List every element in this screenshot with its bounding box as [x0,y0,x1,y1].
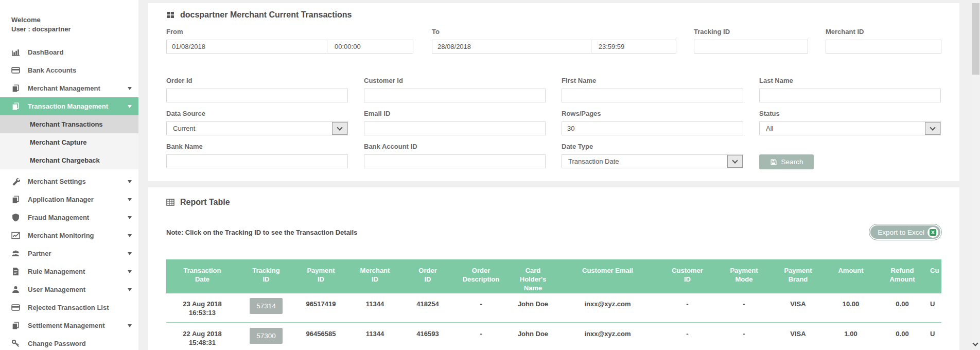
col-payment-mode: Payment Mode [717,259,771,293]
sidebar-subitem-merchant-capture[interactable]: Merchant Capture [0,133,138,151]
tracking-id-link[interactable]: 57300 [250,328,283,344]
export-to-excel-button[interactable]: Export to Excel [869,224,941,240]
welcome-text: Welcome [11,15,138,25]
tracking-id-group: Tracking ID [694,28,808,54]
col-transaction-date: Transaction Date [166,259,238,293]
sidebar-item-application-manager[interactable]: Application Manager [0,190,138,208]
merchant-id-group: Merchant ID [826,28,941,54]
files-icon [11,84,20,93]
note-text: Note: Click on the Tracking ID to see th… [166,229,357,236]
cell-transaction-date: 22 Aug 2018 15:48:31 [166,323,238,350]
first-name-input[interactable] [562,89,743,102]
last-name-input[interactable] [759,89,941,102]
from-group: From [166,28,413,54]
rows-pages-input[interactable] [562,121,743,135]
filter-row-1: From To Tracking ID [166,28,941,54]
report-panel: Report Table Note: Click on the Tracking… [148,187,959,350]
bank-name-input[interactable] [166,154,348,168]
sidebar-item-fraud-management[interactable]: Fraud Management [0,208,138,226]
sidebar-item-rule-management[interactable]: Rule Management [0,262,138,281]
save-icon [770,159,777,166]
cell-refund-amount: 0.00 [877,323,928,350]
credit-card-icon [11,303,20,312]
from-time-input[interactable] [327,40,413,54]
sidebar-item-label: Transaction Management [28,102,108,110]
sidebar-item-user-management[interactable]: User Management [0,281,138,299]
sidebar-item-dashboard[interactable]: DashBoard [0,43,138,61]
scrollbar-down-arrow-icon[interactable] [972,340,978,346]
chevron-down-icon [332,122,347,135]
cell-order-description: - [453,293,509,323]
cell-tracking-id: 57300 [238,323,294,350]
sidebar-item-settlement-management[interactable]: Settlement Management [0,317,138,335]
date-type-select[interactable]: Transaction Date [562,154,743,168]
email-id-label: Email ID [364,110,546,118]
cell-payment-brand: VISA [771,293,825,323]
sidebar-item-bank-accounts[interactable]: Bank Accounts [0,61,138,79]
col-payment-id: Payment ID [294,259,348,293]
merchant-id-input[interactable] [826,40,941,54]
sidebar-subitem-merchant-chargeback[interactable]: Merchant Chargeback [0,151,138,169]
cell-refund-amount: 0.00 [877,293,928,323]
bank-name-label: Bank Name [166,143,348,151]
cell-amount: 1.00 [825,323,877,350]
caret-down-icon [128,270,132,273]
bank-account-id-input[interactable] [364,154,546,168]
scrollbar-thumb[interactable] [972,3,979,75]
bank-account-id-label: Bank Account ID [364,143,546,151]
bank-account-id-group: Bank Account ID [364,143,546,169]
caret-down-icon [128,198,132,201]
from-date-input[interactable] [166,40,327,54]
status-select[interactable]: All [759,121,941,135]
last-name-label: Last Name [759,77,941,85]
sidebar-item-transaction-management[interactable]: Transaction Management [0,97,138,115]
sidebar-item-merchant-management[interactable]: Merchant Management [0,79,138,97]
data-source-select[interactable]: Current [166,121,348,135]
sidebar-item-label: Merchant Monitoring [28,232,94,239]
col-order-id: Order ID [402,259,453,293]
sidebar-item-partner[interactable]: Partner [0,244,138,262]
cell-transaction-date: 23 Aug 2018 16:53:13 [166,293,238,323]
from-label: From [166,28,413,36]
sidebar-item-merchant-settings[interactable]: Merchant Settings [0,172,138,190]
caret-down-icon [128,105,132,108]
cell-card-holder: John Doe [509,323,557,350]
welcome-block: Welcome User : docspartner [11,15,138,34]
transaction-management-submenu: Merchant Transactions Merchant Capture M… [0,115,138,169]
table-header-row: Transaction Date Tracking ID Payment ID … [166,259,941,293]
main-content: docspartner Merchant Current Transaction… [138,0,971,350]
order-id-group: Order Id [166,77,348,102]
email-id-group: Email ID [364,110,546,135]
cell-merchant-id: 11344 [348,323,402,350]
to-group: To [432,28,676,54]
vertical-scrollbar[interactable] [971,0,980,350]
chevron-down-icon [727,155,743,168]
page-title-row: docspartner Merchant Current Transaction… [166,9,941,21]
date-type-group: Date Type Transaction Date [562,143,743,169]
sidebar-item-label: Partner [28,250,51,257]
customer-id-input[interactable] [364,89,546,102]
email-id-input[interactable] [364,121,546,135]
key-icon [11,339,20,348]
tracking-id-link[interactable]: 57314 [250,298,283,314]
table-icon [166,198,174,206]
cell-payment-id: 96456585 [294,323,348,350]
caret-down-icon [128,234,132,237]
cell-card-holder: John Doe [509,293,557,323]
sidebar-item-rejected-transaction-list[interactable]: Rejected Transaction List [0,299,138,317]
rows-pages-label: Rows/Pages [562,110,743,118]
to-time-input[interactable] [591,40,676,54]
sidebar-item-change-password[interactable]: Change Password [0,335,138,350]
tracking-id-input[interactable] [694,40,808,54]
date-type-label: Date Type [562,143,743,151]
sidebar-subitem-merchant-transactions[interactable]: Merchant Transactions [0,115,138,133]
col-order-description: Order Description [453,259,509,293]
to-date-input[interactable] [432,40,591,54]
sidebar-item-label: Rejected Transaction List [28,304,109,311]
sidebar-item-merchant-monitoring[interactable]: Merchant Monitoring [0,226,138,244]
order-id-input[interactable] [166,89,348,102]
sidebar-item-label: Bank Accounts [28,66,76,74]
users-icon [11,249,20,258]
caret-down-icon [128,252,132,255]
search-button[interactable]: Search [759,154,814,169]
